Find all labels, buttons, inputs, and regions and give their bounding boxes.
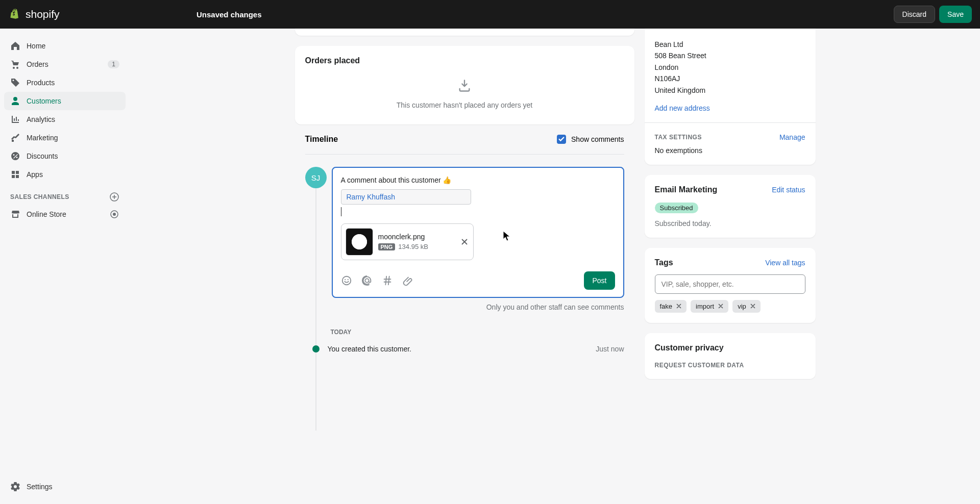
timeline-line: [315, 188, 316, 431]
nav-apps[interactable]: Apps: [4, 165, 126, 184]
customer-privacy-heading: Customer privacy: [655, 343, 805, 352]
comment-attachment: moonclerk.png PNG 134.95 kB: [341, 223, 474, 260]
tag-item: vip: [732, 300, 761, 313]
view-all-tags-link[interactable]: View all tags: [765, 259, 805, 267]
subscribed-text: Subscribed today.: [655, 219, 805, 228]
top-bar: shopify Unsaved changes Discard Save: [0, 0, 980, 29]
save-button[interactable]: Save: [939, 6, 972, 23]
tag-remove-icon[interactable]: [749, 303, 756, 310]
logo-text: shopify: [26, 8, 60, 20]
show-comments-toggle[interactable]: Show comments: [557, 135, 624, 144]
sales-channels-heading: SALES CHANNELS: [4, 184, 126, 205]
request-customer-data-label: REQUEST CUSTOMER DATA: [655, 362, 805, 369]
nav-orders[interactable]: Orders 1: [4, 55, 126, 73]
nav-customers-label: Customers: [27, 97, 61, 105]
tag-item: fake: [655, 300, 687, 313]
customers-icon: [10, 96, 20, 106]
tags-card: Tags View all tags fake import: [645, 248, 816, 323]
event-text: You created this customer.: [328, 345, 411, 353]
orders-placed-title: Orders placed: [305, 56, 624, 65]
add-channel-icon[interactable]: [109, 192, 119, 202]
tax-manage-link[interactable]: Manage: [779, 133, 805, 141]
settings-icon: [10, 482, 20, 492]
attachment-icon[interactable]: [402, 275, 413, 286]
comment-box[interactable]: A comment about this customer 👍 Ramy Khu…: [332, 167, 624, 298]
nav-products[interactable]: Products: [4, 73, 126, 92]
attachment-name: moonclerk.png: [378, 233, 428, 241]
nav-products-label: Products: [27, 79, 55, 87]
sidebar: Home Orders 1 Products Customers Analyti…: [0, 29, 130, 504]
customer-privacy-card: Customer privacy REQUEST CUSTOMER DATA: [645, 333, 816, 379]
nav-orders-label: Orders: [27, 60, 48, 68]
svg-point-2: [113, 213, 116, 216]
marketing-icon: [10, 133, 20, 143]
nav-marketing-label: Marketing: [27, 134, 58, 142]
comment-mention[interactable]: Ramy Khuffash: [341, 189, 471, 205]
unsaved-changes-label: Unsaved changes: [197, 10, 262, 19]
discounts-icon: [10, 151, 20, 161]
nav-analytics[interactable]: Analytics: [4, 110, 126, 129]
event-time: Just now: [596, 345, 624, 353]
emoji-icon[interactable]: [341, 275, 352, 286]
home-icon: [10, 41, 20, 51]
nav-customers[interactable]: Customers: [4, 92, 126, 110]
discard-button[interactable]: Discard: [894, 6, 935, 23]
nav-apps-label: Apps: [27, 170, 43, 179]
show-comments-checkbox[interactable]: [557, 135, 566, 144]
main-content: Orders placed This customer hasn't place…: [130, 29, 980, 504]
attachment-size: 134.95 kB: [398, 243, 428, 250]
tag-remove-icon[interactable]: [675, 303, 682, 310]
mention-icon[interactable]: [361, 275, 373, 286]
address-block: Bean Ltd 508 Bean Street London N106AJ U…: [655, 39, 805, 96]
email-marketing-card: Email Marketing Edit status Subscribed S…: [645, 175, 816, 238]
user-avatar: SJ: [305, 167, 327, 188]
svg-point-4: [345, 279, 346, 280]
check-icon: [558, 136, 565, 143]
analytics-icon: [10, 114, 20, 124]
orders-empty-icon: [457, 79, 472, 93]
comment-visibility-note: Only you and other staff can see comment…: [305, 298, 624, 321]
store-icon: [10, 209, 20, 219]
nav-online-store-label: Online Store: [27, 210, 66, 218]
nav-settings[interactable]: Settings: [4, 477, 126, 496]
nav-discounts[interactable]: Discounts: [4, 147, 126, 165]
logo[interactable]: shopify: [8, 7, 60, 21]
tags-input[interactable]: [655, 274, 805, 294]
nav-home-label: Home: [27, 42, 45, 50]
tag-remove-icon[interactable]: [717, 303, 724, 310]
timeline-title: Timeline: [305, 135, 338, 144]
orders-icon: [10, 59, 20, 69]
nav-home[interactable]: Home: [4, 37, 126, 55]
event-dot: [312, 345, 320, 352]
card-top-spacer: [295, 29, 634, 36]
tags-heading: Tags: [655, 258, 673, 267]
address-card: Bean Ltd 508 Bean Street London N106AJ U…: [645, 29, 816, 165]
tag-list: fake import vip: [655, 300, 805, 313]
show-comments-label: Show comments: [571, 135, 624, 143]
orders-placed-card: Orders placed This customer hasn't place…: [295, 46, 634, 124]
products-icon: [10, 78, 20, 88]
hashtag-icon[interactable]: [382, 275, 393, 286]
subscribed-badge: Subscribed: [655, 203, 698, 213]
nav-analytics-label: Analytics: [27, 115, 55, 123]
email-marketing-heading: Email Marketing: [655, 185, 718, 194]
orders-empty-text: This customer hasn't placed any orders y…: [397, 101, 532, 109]
timeline-section: Timeline Show comments SJ: [295, 135, 634, 353]
attachment-remove-icon[interactable]: [460, 237, 469, 246]
attachment-thumbnail: [346, 228, 373, 256]
attachment-ext-badge: PNG: [378, 243, 396, 250]
tax-settings-heading: TAX SETTINGS: [655, 134, 702, 141]
post-button[interactable]: Post: [584, 271, 615, 290]
nav-marketing[interactable]: Marketing: [4, 129, 126, 147]
nav-settings-label: Settings: [27, 483, 53, 491]
add-address-link[interactable]: Add new address: [655, 104, 805, 112]
top-actions: Discard Save: [894, 6, 972, 23]
tag-item: import: [691, 300, 728, 313]
nav-discounts-label: Discounts: [27, 152, 58, 160]
nav-online-store[interactable]: Online Store: [4, 205, 126, 223]
svg-point-3: [342, 276, 351, 285]
edit-status-link[interactable]: Edit status: [772, 186, 805, 194]
view-store-icon[interactable]: [109, 209, 119, 219]
comment-text[interactable]: A comment about this customer 👍: [341, 176, 615, 184]
timeline-event: You created this customer. Just now: [305, 345, 624, 353]
